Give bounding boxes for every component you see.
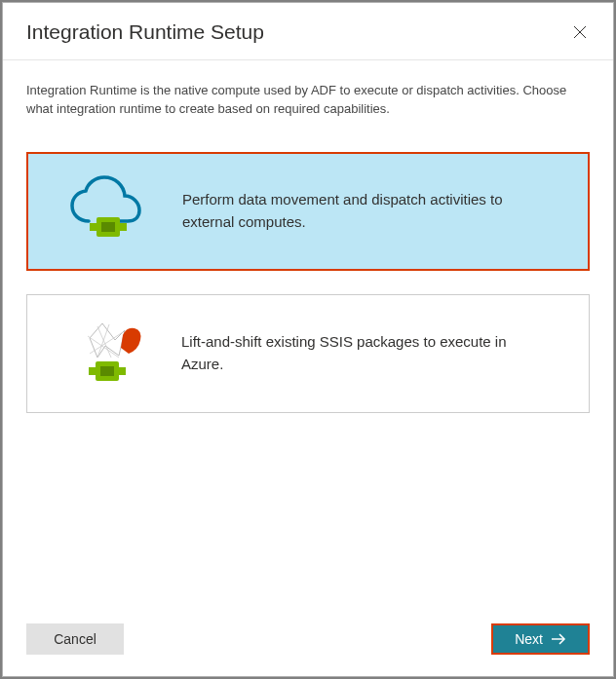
dialog-description: Integration Runtime is the native comput… bbox=[26, 82, 590, 119]
option-ssis[interactable]: Lift-and-shift existing SSIS packages to… bbox=[26, 294, 590, 413]
close-icon bbox=[573, 25, 587, 39]
option-text: Lift-and-shift existing SSIS packages to… bbox=[181, 331, 561, 375]
svg-rect-12 bbox=[117, 367, 126, 375]
cancel-button[interactable]: Cancel bbox=[26, 623, 124, 655]
svg-rect-13 bbox=[100, 366, 114, 376]
svg-rect-11 bbox=[89, 367, 97, 375]
dialog-content: Integration Runtime is the native comput… bbox=[3, 60, 613, 623]
integration-runtime-dialog: Integration Runtime Setup Integration Ru… bbox=[2, 2, 614, 677]
ssis-icon bbox=[60, 317, 158, 391]
next-button[interactable]: Next bbox=[491, 623, 590, 655]
svg-rect-3 bbox=[90, 223, 98, 231]
dialog-footer: Cancel Next bbox=[3, 623, 613, 676]
next-button-label: Next bbox=[515, 631, 543, 647]
close-button[interactable] bbox=[570, 22, 590, 42]
dialog-header: Integration Runtime Setup bbox=[3, 3, 613, 60]
svg-rect-4 bbox=[118, 223, 127, 231]
svg-rect-5 bbox=[101, 222, 115, 232]
option-text: Perform data movement and dispatch activ… bbox=[182, 189, 560, 233]
arrow-right-icon bbox=[551, 633, 566, 645]
dialog-title: Integration Runtime Setup bbox=[26, 20, 264, 44]
option-azure-selfhosted[interactable]: Perform data movement and dispatch activ… bbox=[26, 152, 590, 271]
cloud-compute-icon bbox=[61, 174, 159, 248]
